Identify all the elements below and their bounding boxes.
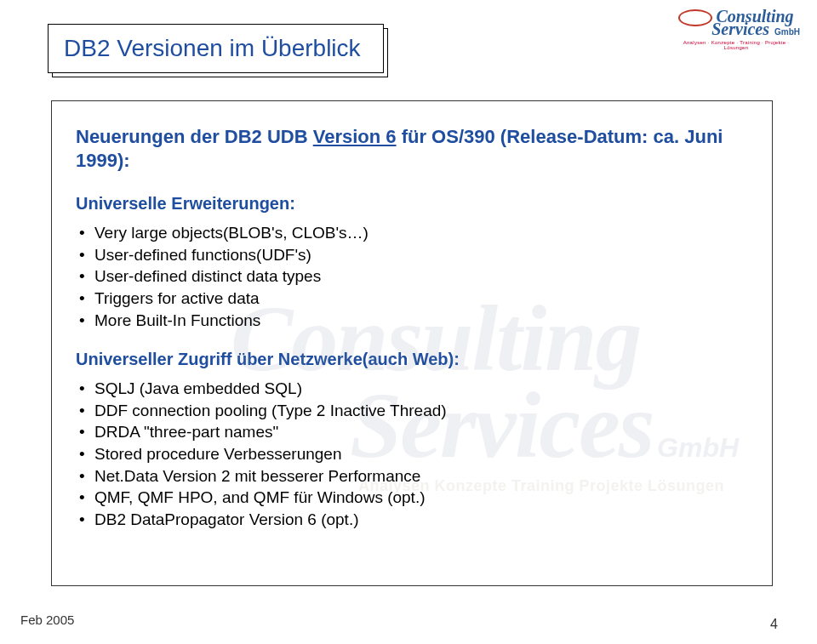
list-item: SQLJ (Java embedded SQL) (79, 378, 748, 400)
list-item: QMF, QMF HPO, and QMF für Windows (opt.) (79, 487, 748, 509)
list-item: User-defined functions(UDF's) (79, 244, 748, 266)
section2-heading: Universeller Zugriff über Netzwerke(auch… (76, 350, 748, 369)
list-item: Stored procedure Verbesserungen (79, 443, 748, 465)
title-box: DB2 Versionen im Überblick (48, 24, 384, 73)
list-item: DB2 DataPropagator Version 6 (opt.) (79, 509, 748, 531)
list-item: Net.Data Version 2 mit besserer Performa… (79, 465, 748, 487)
content-box: Consulting Services GmbH Analysen Konzep… (51, 100, 773, 586)
logo-services: Services (711, 20, 769, 39)
slide-subtitle: Neuerungen der DB2 UDB Version 6 für OS/… (76, 125, 748, 172)
subtitle-prefix: Neuerungen der DB2 UDB (76, 126, 313, 147)
list-item: Very large objects(BLOB's, CLOB's…) (79, 222, 748, 244)
logo-tagline: Analysen · Konzepte · Training · Projekt… (672, 40, 800, 50)
section1-list: Very large objects(BLOB's, CLOB's…) User… (79, 222, 748, 331)
list-item: User-defined distinct data types (79, 265, 748, 288)
footer-date: Feb 2005 (20, 613, 74, 627)
list-item: DDF connection pooling (Type 2 Inactive … (79, 400, 748, 422)
slide: Consulting Services GmbH Analysen · Konz… (0, 0, 817, 644)
subtitle-version: Version 6 (313, 126, 397, 147)
logo-gmbh: GmbH (774, 27, 800, 37)
list-item: DRDA "three-part names" (79, 421, 748, 443)
slide-title: DB2 Versionen im Überblick (64, 35, 361, 62)
list-item: More Built-In Functions (79, 310, 748, 332)
footer-page-number: 4 (770, 617, 778, 632)
company-logo: Consulting Services GmbH Analysen · Konz… (672, 9, 800, 50)
section2-list: SQLJ (Java embedded SQL) DDF connection … (79, 378, 748, 530)
logo-ellipse-icon (678, 9, 712, 26)
section1-heading: Universelle Erweiterungen: (76, 194, 748, 214)
list-item: Triggers for active data (79, 288, 748, 310)
